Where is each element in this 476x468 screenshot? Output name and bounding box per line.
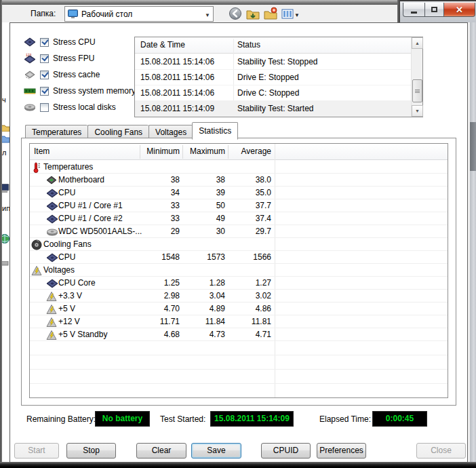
battery-label: Remaining Battery:: [26, 414, 96, 424]
elapsed-time-lcd: 0:00:45: [372, 411, 427, 427]
clipped-icon: [2, 261, 9, 266]
statistics-item-label: +3.3 V: [58, 291, 82, 300]
cpu-chip-icon: [46, 252, 57, 262]
statistics-value: 35.0: [229, 188, 271, 197]
voltage-icon: [46, 330, 57, 340]
statistics-row: CPU #1 / Core #2334937.4: [30, 212, 448, 225]
close-icon: ✕: [456, 5, 463, 15]
statistics-item-label: CPU: [58, 188, 75, 197]
maximize-button[interactable]: [425, 3, 444, 17]
statistics-item-label: +5 V Standby: [58, 330, 107, 339]
battery-lcd: No battery: [95, 411, 150, 427]
statistics-value: 4.68: [140, 330, 180, 339]
statistics-row: Temperatures: [30, 161, 448, 174]
log-scrollbar[interactable]: ▲ ▼: [411, 37, 422, 117]
cpuid-button[interactable]: CPUID: [261, 443, 311, 459]
desktop-icon: [68, 9, 79, 18]
up-one-level-icon[interactable]: [246, 7, 260, 20]
thermometer-icon: [31, 162, 42, 172]
log-column-status[interactable]: Status: [237, 40, 260, 50]
log-datetime: 15.08.2011 15:14:06: [140, 73, 214, 82]
back-icon[interactable]: [229, 7, 242, 20]
statistics-value: 29.7: [229, 227, 271, 236]
header-divider: [228, 145, 229, 159]
log-row[interactable]: 15.08.2011 15:14:06Stability Test: Stopp…: [135, 54, 412, 70]
log-datetime: 15.08.2011 15:14:06: [140, 57, 214, 66]
scroll-up-icon[interactable]: ▲: [412, 37, 423, 49]
close-button[interactable]: ✕: [444, 3, 475, 17]
cpu-chip-icon: [46, 201, 57, 211]
statistics-row: Voltages: [30, 264, 448, 277]
stress-option-label: Stress cache: [53, 70, 100, 79]
scrollbar-thumb[interactable]: [412, 79, 422, 102]
stop-button[interactable]: Stop: [66, 443, 116, 459]
stress-option-row: Stress cache: [24, 68, 100, 81]
stress-checkbox[interactable]: [40, 71, 49, 79]
folder-combobox[interactable]: Рабочий стол ▼: [64, 6, 214, 22]
statistics-value: 11.71: [140, 317, 180, 326]
statistics-table-header: Item Minimum Maximum Average: [30, 144, 448, 160]
statistics-row: +5 V Standby4.684.734.71: [30, 328, 448, 341]
stress-checkbox[interactable]: [40, 54, 49, 63]
statistics-value: 37.7: [229, 201, 271, 210]
fpu-chip-icon: 123: [24, 53, 37, 64]
statistics-tab-page: Item Minimum Maximum Average Temperature…: [21, 138, 456, 406]
combobox-dropdown-icon[interactable]: ▼: [205, 12, 210, 18]
statistics-value: 33: [140, 201, 180, 210]
views-icon[interactable]: [281, 7, 294, 20]
stress-option-label: Stress local disks: [53, 102, 116, 112]
folder-icon: [2, 135, 9, 143]
stress-option-row: Stress local disks: [24, 100, 116, 114]
log-row[interactable]: 15.08.2011 15:14:09Stability Test: Start…: [135, 101, 412, 117]
event-log-list: Date & Time Status 15.08.2011 15:14:06St…: [134, 37, 423, 117]
stress-option-label: Stress CPU: [53, 37, 96, 47]
background-window-edge-shadow: [470, 122, 476, 171]
statistics-row: WDC WD5001AALS-...293029.7: [30, 225, 448, 238]
new-folder-icon[interactable]: [264, 7, 277, 20]
statistics-item-label: Motherboard: [58, 175, 104, 184]
minimize-button[interactable]: [403, 3, 425, 17]
clear-button[interactable]: Clear: [136, 443, 186, 459]
window-controls: ✕: [403, 3, 475, 17]
log-row[interactable]: 15.08.2011 15:14:06Drive E: Stopped: [135, 70, 412, 85]
stress-option-row: Stress CPU: [24, 35, 96, 49]
save-dialog-frame-right: [397, 0, 400, 22]
maximize-icon: [431, 7, 437, 12]
stress-checkbox[interactable]: [40, 87, 49, 96]
statistics-value: 11.84: [183, 317, 225, 326]
tab-statistics[interactable]: Statistics: [192, 122, 238, 140]
statistics-value: 4.86: [229, 304, 271, 313]
views-dropdown-icon[interactable]: ▼: [294, 12, 300, 18]
minimize-icon: [411, 12, 417, 14]
statistics-value: 4.89: [183, 304, 225, 313]
column-maximum[interactable]: Maximum: [183, 147, 225, 156]
preferences-button[interactable]: Preferences: [317, 443, 366, 459]
stress-checkbox[interactable]: [40, 103, 49, 112]
motherboard-icon: [46, 175, 57, 185]
fan-icon: [31, 239, 42, 250]
statistics-row: CPU154815731566: [30, 251, 448, 264]
voltage-icon: [46, 291, 57, 301]
save-button[interactable]: Save: [191, 443, 241, 459]
column-minimum[interactable]: Minimum: [140, 147, 180, 156]
statistics-value: 11.81: [229, 317, 271, 326]
column-average[interactable]: Average: [229, 147, 271, 156]
statistics-value: 3.02: [229, 291, 271, 300]
statistics-item-label: Cooling Fans: [43, 239, 92, 249]
statistics-value: 2.98: [140, 291, 180, 300]
log-column-datetime[interactable]: Date & Time: [140, 40, 185, 50]
stress-checkbox[interactable]: [40, 38, 49, 47]
clipped-text: л: [2, 149, 6, 157]
scroll-down-icon[interactable]: ▼: [412, 105, 423, 117]
statistics-value: 38.0: [229, 175, 271, 184]
statistics-value: 1566: [229, 252, 271, 262]
column-item[interactable]: Item: [34, 147, 49, 156]
screen: ✕ Папка: Рабочий стол ▼ ▼ ч: [0, 0, 476, 468]
empty-rows-area: [30, 341, 448, 397]
statistics-row: +5 V4.704.894.86: [30, 303, 448, 315]
background-bottom-edge: [0, 462, 476, 468]
log-status: Drive C: Stopped: [237, 88, 299, 98]
log-row[interactable]: 15.08.2011 15:14:06Drive C: Stopped: [135, 85, 412, 101]
voltage-icon: [31, 265, 42, 275]
folder-label: Папка:: [31, 9, 56, 18]
